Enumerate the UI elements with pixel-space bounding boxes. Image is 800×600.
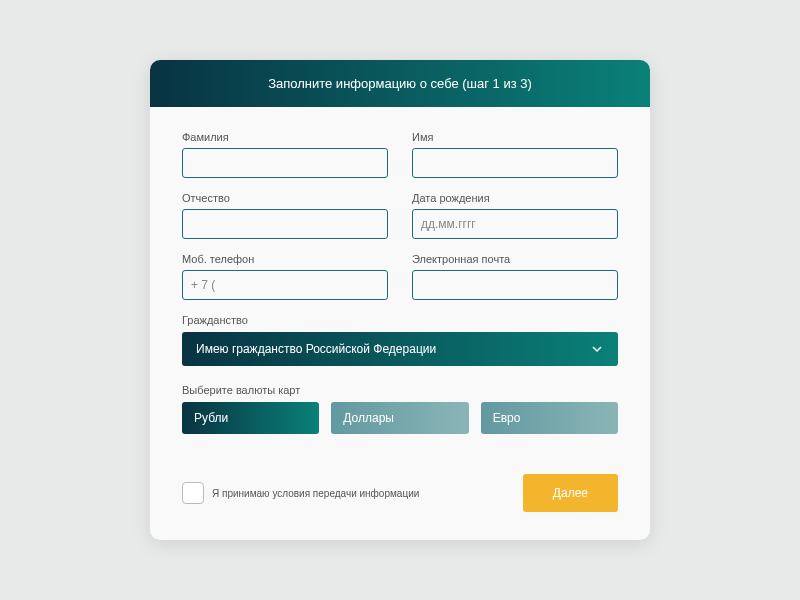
patronymic-label: Отчество: [182, 192, 388, 204]
patronymic-input[interactable]: [182, 209, 388, 239]
email-input[interactable]: [412, 270, 618, 300]
next-button[interactable]: Далее: [523, 474, 618, 512]
currency-rubles[interactable]: Рубли: [182, 402, 319, 434]
header-title: Заполните информацию о себе (шаг 1 из 3): [268, 76, 532, 91]
citizenship-select[interactable]: Имею гражданство Российской Федерации: [182, 332, 618, 366]
currency-label: Выберите валюты карт: [182, 384, 618, 396]
dob-input[interactable]: [412, 209, 618, 239]
consent-wrap: Я принимаю условия передачи информации: [182, 482, 419, 504]
citizenship-label: Гражданство: [182, 314, 618, 326]
phone-input[interactable]: [182, 270, 388, 300]
consent-checkbox[interactable]: [182, 482, 204, 504]
surname-input[interactable]: [182, 148, 388, 178]
currency-dollars[interactable]: Доллары: [331, 402, 468, 434]
consent-label: Я принимаю условия передачи информации: [212, 488, 419, 499]
phone-label: Моб. телефон: [182, 253, 388, 265]
name-input[interactable]: [412, 148, 618, 178]
form-body: Фамилия Имя Отчество Дата рождения Моб. …: [150, 107, 650, 540]
name-label: Имя: [412, 131, 618, 143]
currency-euro[interactable]: Евро: [481, 402, 618, 434]
email-label: Электронная почта: [412, 253, 618, 265]
dob-label: Дата рождения: [412, 192, 618, 204]
form-header: Заполните информацию о себе (шаг 1 из 3): [150, 60, 650, 107]
chevron-down-icon: [590, 342, 604, 356]
citizenship-selected: Имею гражданство Российской Федерации: [196, 342, 436, 356]
surname-label: Фамилия: [182, 131, 388, 143]
form-card: Заполните информацию о себе (шаг 1 из 3)…: [150, 60, 650, 540]
